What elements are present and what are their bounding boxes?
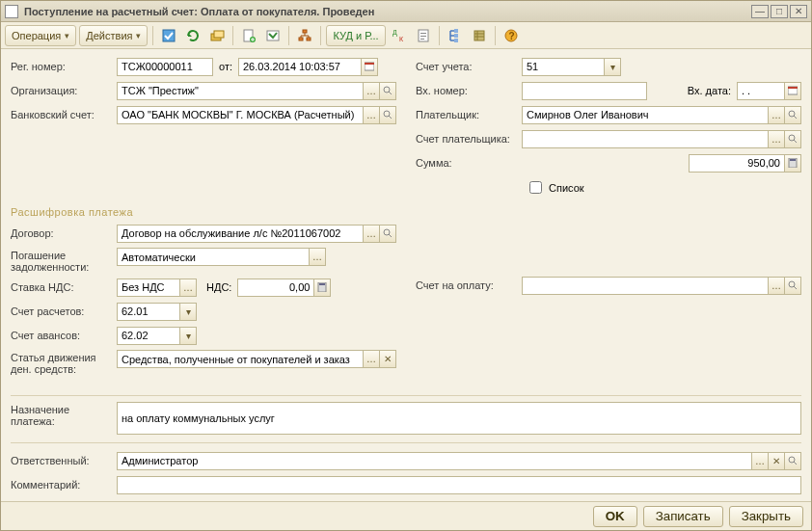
advance-account-label: Счет авансов: [11,330,117,341]
responsible-field[interactable] [117,452,752,470]
toolbar: Операция ▾ Действия ▾ КУД и Р... ДК ? [1,22,811,49]
purpose-field[interactable] [117,402,801,435]
cashflow-label-1: Статья движения [11,352,117,363]
bank-account-select-button[interactable]: … [363,106,380,124]
debt-repay-field[interactable] [117,248,310,266]
structure-icon[interactable] [294,25,315,46]
list-checkbox[interactable] [529,181,542,194]
close-button[interactable]: ✕ [790,5,807,18]
settlement-account-dropdown[interactable]: ▾ [179,303,197,321]
contract-select-button[interactable]: … [363,225,380,243]
minimize-button[interactable]: — [751,5,769,18]
cashflow-label-2: ден. средств: [11,363,117,375]
contract-field[interactable] [117,225,364,243]
svg-rect-28 [788,87,798,89]
vat-rate-field[interactable] [117,279,180,297]
operation-label: Операция [12,30,61,41]
operation-menu[interactable]: Операция ▾ [5,25,76,46]
in-date-field[interactable] [737,82,785,100]
responsible-clear-button[interactable]: ✕ [768,452,785,470]
account-field[interactable] [522,58,605,76]
organization-field[interactable] [117,82,364,100]
reg-number-field[interactable] [117,58,213,76]
svg-rect-13 [420,36,426,37]
date-calendar-button[interactable] [361,58,378,76]
kud-button[interactable]: КУД и Р... [326,25,385,46]
settlement-account-label: Счет расчетов: [11,305,117,317]
account-dropdown-button[interactable]: ▾ [604,58,621,76]
from-label: от: [219,61,232,72]
vat-calc-button[interactable] [313,279,331,297]
window-title: Поступление на расчетный счет: Оплата от… [24,6,751,17]
navigate-icon[interactable] [206,25,228,46]
tree-icon[interactable] [445,25,466,46]
svg-rect-34 [790,159,796,161]
date-field[interactable] [238,58,362,76]
help-icon[interactable]: ? [501,25,522,46]
advance-account-field[interactable] [117,327,180,345]
svg-rect-18 [474,31,484,40]
report-icon[interactable] [413,25,434,46]
cashflow-clear-button[interactable]: ✕ [379,350,396,368]
svg-rect-22 [365,63,374,65]
amount-label: Сумма: [416,157,522,169]
svg-rect-2 [214,31,224,38]
amount-field[interactable] [689,154,785,173]
dk-icon[interactable]: ДК [389,25,410,46]
organization-open-button[interactable] [379,82,396,100]
svg-rect-16 [454,34,458,38]
invoice-select-button[interactable]: … [768,277,785,295]
bank-account-open-button[interactable] [379,106,396,124]
responsible-open-button[interactable] [784,452,801,470]
advance-account-dropdown[interactable]: ▾ [179,327,197,345]
svg-text:К: К [399,36,404,42]
in-number-field[interactable] [522,82,647,100]
comment-field[interactable] [117,476,801,494]
bank-account-field[interactable] [117,106,364,124]
svg-line-30 [794,116,797,119]
close-form-button[interactable]: Закрыть [729,506,803,527]
actions-menu[interactable]: Действия ▾ [79,25,148,46]
svg-rect-15 [454,29,458,33]
ok-button[interactable]: OK [593,506,637,527]
new-based-icon[interactable] [238,25,259,46]
cashflow-field[interactable] [117,350,364,368]
payer-account-open-button[interactable] [784,130,801,148]
in-date-calendar-button[interactable] [784,82,801,100]
purpose-label-2: платежа: [11,415,117,427]
amount-calc-button[interactable] [784,154,801,173]
payer-field[interactable] [522,106,769,124]
contract-open-button[interactable] [379,225,396,243]
debt-repay-select-button[interactable]: … [309,248,326,266]
responsible-select-button[interactable]: … [751,452,769,470]
maximize-button[interactable]: □ [771,5,788,18]
payer-select-button[interactable]: … [768,106,785,124]
invoice-field[interactable] [522,277,769,295]
svg-line-40 [794,286,797,289]
vat-field[interactable] [237,279,314,297]
svg-rect-5 [267,31,279,40]
svg-rect-38 [319,283,325,285]
window-icon [5,5,18,18]
organization-select-button[interactable]: … [363,82,380,100]
invoice-open-button[interactable] [784,277,801,295]
payment-section-title: Расшифровка платежа [11,206,801,218]
caret-down-icon: ▾ [136,31,141,40]
payer-account-field[interactable] [522,130,769,148]
payer-account-select-button[interactable]: … [768,130,785,148]
movements-icon[interactable] [262,25,284,46]
vat-rate-select-button[interactable]: … [179,279,197,297]
refresh-icon[interactable] [182,25,203,46]
bank-account-label: Банковский счет: [11,109,117,120]
cashflow-select-button[interactable]: … [363,350,380,368]
svg-rect-12 [420,33,426,34]
in-date-label: Вх. дата: [688,85,731,96]
post-document-icon[interactable] [158,25,179,46]
list-icon[interactable] [469,25,490,46]
settlement-account-field[interactable] [117,303,180,321]
titlebar: Поступление на расчетный счет: Оплата от… [1,1,811,22]
payer-open-button[interactable] [784,106,801,124]
save-button[interactable]: Записать [643,506,723,527]
svg-rect-6 [303,30,307,33]
svg-line-42 [794,462,797,465]
